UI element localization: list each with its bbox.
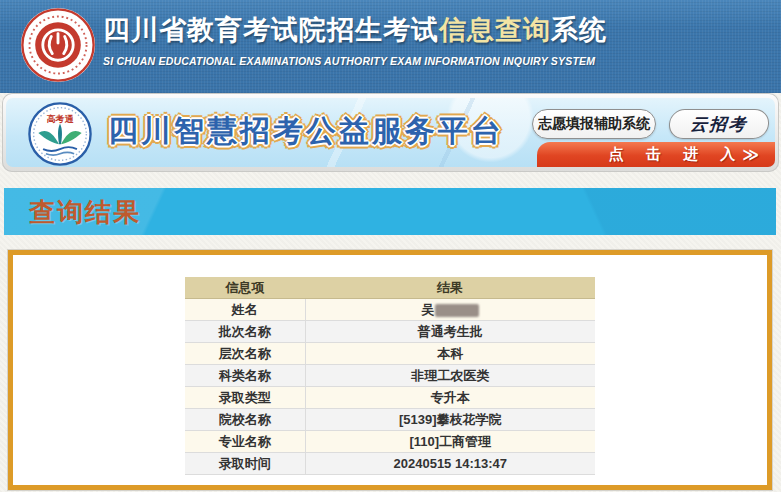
result-panel: 信息项 结果 姓名 吴 批次名称 普通考生批 层次名称 本科 科类名 bbox=[8, 250, 772, 490]
section-bar: 查询结果 bbox=[4, 188, 776, 235]
table-row: 姓名 吴 bbox=[185, 299, 595, 321]
section-title: 查询结果 bbox=[29, 194, 141, 229]
yunzhaokao-button[interactable]: 云招考 bbox=[668, 109, 770, 139]
gaokaotong-logo: 高考通 bbox=[28, 102, 92, 166]
row-value: [5139]攀枝花学院 bbox=[305, 409, 595, 431]
site-title: 四川省教育考试院招生考试信息查询系统 bbox=[103, 12, 607, 48]
table-row: 科类名称 非理工农医类 bbox=[185, 365, 595, 387]
double-chevron-right-icon: ≫ bbox=[742, 145, 759, 164]
site-header: 四川省教育考试院招生考试信息查询系统 SI CHUAN EDUCATIONAL … bbox=[0, 0, 781, 93]
table-row: 批次名称 普通考生批 bbox=[185, 321, 595, 343]
platform-banner-frame: 高考通 四川智慧招考公益服务平台 志愿填报辅助系统 云招考 点 击 进 入 ≫ bbox=[2, 93, 779, 172]
name-visible-part: 吴 bbox=[421, 302, 434, 317]
table-header-row: 信息项 结果 bbox=[185, 277, 595, 299]
page: 四川省教育考试院招生考试信息查询系统 SI CHUAN EDUCATIONAL … bbox=[0, 0, 781, 492]
row-label: 姓名 bbox=[185, 299, 305, 321]
site-title-part2: 系统 bbox=[551, 15, 607, 45]
sichuan-exam-seal-logo bbox=[20, 7, 96, 83]
row-value: 普通考生批 bbox=[305, 321, 595, 343]
row-label: 录取类型 bbox=[185, 387, 305, 409]
table-row: 院校名称 [5139]攀枝花学院 bbox=[185, 409, 595, 431]
site-title-highlight: 信息查询 bbox=[439, 15, 551, 45]
platform-banner: 高考通 四川智慧招考公益服务平台 志愿填报辅助系统 云招考 点 击 进 入 ≫ bbox=[6, 98, 775, 167]
site-subtitle: SI CHUAN EDUCATIONAL EXAMINATIONS AUTHOR… bbox=[103, 55, 607, 67]
column-header-result: 结果 bbox=[305, 277, 595, 299]
table-row: 层次名称 本科 bbox=[185, 343, 595, 365]
click-enter-label: 点 击 进 入 bbox=[609, 145, 745, 164]
gaokaotong-logo-text: 高考通 bbox=[47, 114, 75, 124]
row-label: 层次名称 bbox=[185, 343, 305, 365]
table-row: 专业名称 [110]工商管理 bbox=[185, 431, 595, 453]
site-title-part1: 四川省教育考试院招生考试 bbox=[103, 15, 439, 45]
row-value: 吴 bbox=[305, 299, 595, 321]
row-label: 录取时间 bbox=[185, 453, 305, 475]
table-row: 录取类型 专升本 bbox=[185, 387, 595, 409]
result-table: 信息项 结果 姓名 吴 批次名称 普通考生批 层次名称 本科 科类名 bbox=[185, 277, 595, 475]
platform-title: 四川智慧招考公益服务平台 bbox=[108, 110, 504, 151]
row-value: 20240515 14:13:47 bbox=[305, 453, 595, 475]
row-label: 科类名称 bbox=[185, 365, 305, 387]
row-value: [110]工商管理 bbox=[305, 431, 595, 453]
volunteer-assist-system-button[interactable]: 志愿填报辅助系统 bbox=[532, 109, 656, 139]
row-value: 非理工农医类 bbox=[305, 365, 595, 387]
column-header-item: 信息项 bbox=[185, 277, 305, 299]
name-redaction-box bbox=[435, 304, 479, 317]
site-titles: 四川省教育考试院招生考试信息查询系统 SI CHUAN EDUCATIONAL … bbox=[103, 12, 607, 67]
row-label: 专业名称 bbox=[185, 431, 305, 453]
row-label: 批次名称 bbox=[185, 321, 305, 343]
table-row: 录取时间 20240515 14:13:47 bbox=[185, 453, 595, 475]
row-value: 专升本 bbox=[305, 387, 595, 409]
row-label: 院校名称 bbox=[185, 409, 305, 431]
click-enter-button[interactable]: 点 击 进 入 ≫ bbox=[537, 142, 775, 167]
row-value: 本科 bbox=[305, 343, 595, 365]
